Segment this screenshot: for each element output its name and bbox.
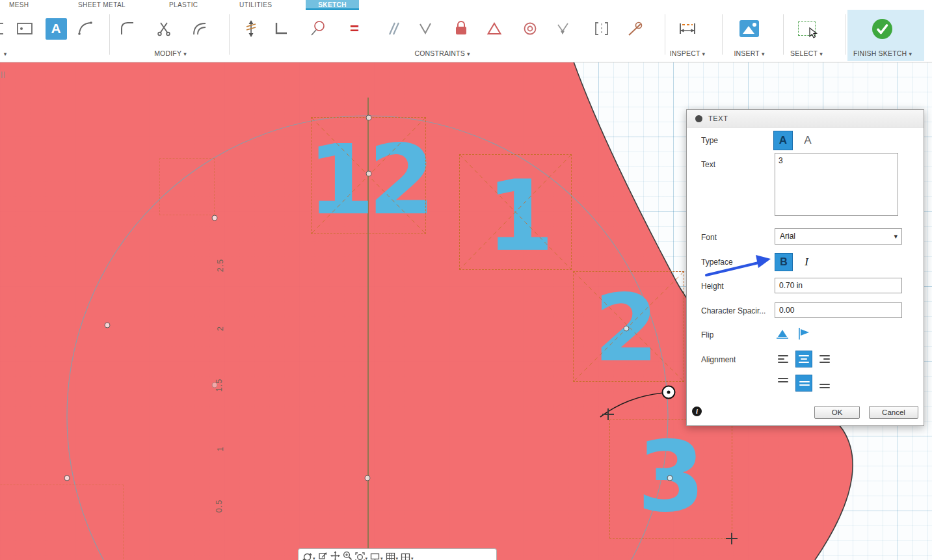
height-input[interactable] <box>775 278 902 293</box>
chevron-down-icon <box>894 229 898 244</box>
height-label: Height <box>701 282 724 291</box>
type-text-button[interactable]: A <box>773 131 793 150</box>
dimension-label[interactable]: 2.5 <box>216 259 225 272</box>
align-top-button[interactable] <box>775 375 792 392</box>
text-input[interactable]: 3 <box>775 153 898 216</box>
view-navigation-bar <box>298 548 497 560</box>
sketch-point[interactable] <box>365 475 371 481</box>
symmetry-constraint-button[interactable] <box>587 13 616 44</box>
snap-cross-marker <box>602 408 614 420</box>
sketch-point[interactable] <box>366 171 372 177</box>
rectangle-point-icon <box>16 22 33 35</box>
ok-button[interactable]: OK <box>814 406 860 419</box>
text-dialog-header[interactable]: TEXT <box>687 110 924 127</box>
arc-tool-button[interactable] <box>72 13 100 44</box>
toolbar-separator <box>665 14 665 55</box>
dimension-label[interactable]: 1 <box>216 446 225 451</box>
tab-plastic[interactable]: PLASTIC <box>169 0 198 10</box>
text-tool-button[interactable]: A <box>42 13 70 44</box>
arc-icon <box>77 20 94 37</box>
sketch-point[interactable] <box>64 475 70 481</box>
toolbar-separator <box>783 14 784 55</box>
sketch-point[interactable] <box>105 323 111 328</box>
align-right-button[interactable] <box>816 351 833 367</box>
finish-sketch-label[interactable]: FINISH SKETCH <box>853 49 912 57</box>
pan-button[interactable] <box>330 551 340 560</box>
fillet-tool-button[interactable] <box>113 13 142 44</box>
bold-button[interactable]: B <box>775 253 793 271</box>
sketch-dimension-button[interactable] <box>237 13 265 44</box>
arc-endpoint-marker[interactable] <box>662 386 676 399</box>
coincident-constraint-button[interactable] <box>304 13 332 44</box>
align-middle-button[interactable] <box>795 375 812 392</box>
trim-tool-button[interactable] <box>150 13 178 44</box>
text-selection-box-1[interactable] <box>459 154 572 270</box>
midpoint-constraint-button[interactable] <box>549 13 578 44</box>
align-bottom-button[interactable] <box>816 375 833 392</box>
tab-sheet-metal[interactable]: SHEET METAL <box>78 0 126 10</box>
select-button[interactable] <box>792 13 821 44</box>
viewports-button[interactable] <box>401 551 414 560</box>
grid-icon <box>386 552 395 560</box>
perpendicular-constraint-button[interactable] <box>267 13 295 44</box>
dimension-label[interactable]: 0.5 <box>215 500 224 513</box>
flip-vertical-button[interactable] <box>795 325 812 342</box>
partial-tool-button[interactable] <box>0 13 9 44</box>
italic-button[interactable]: I <box>797 253 816 271</box>
flip-horizontal-icon <box>775 326 790 341</box>
inspect-group-label[interactable]: INSPECT <box>670 49 706 57</box>
tangent-constraint-button[interactable] <box>621 13 650 44</box>
grid-settings-button[interactable] <box>386 551 399 560</box>
zoom-button[interactable] <box>343 551 353 560</box>
modify-group-label[interactable]: MODIFY <box>154 49 187 57</box>
display-settings-button[interactable] <box>370 551 383 560</box>
tab-mesh[interactable]: MESH <box>9 0 29 10</box>
selection-box-bottom-left[interactable] <box>0 485 124 560</box>
flip-vertical-icon <box>796 326 812 341</box>
select-group-label[interactable]: SELECT <box>790 49 823 57</box>
polygon-tool-button[interactable] <box>480 13 509 44</box>
selection-box-upper-left[interactable] <box>159 158 215 215</box>
align-left-button[interactable] <box>775 351 792 367</box>
character-spacing-input[interactable] <box>775 302 902 318</box>
finish-sketch-button[interactable] <box>868 13 896 44</box>
type-text-on-path-button[interactable]: A <box>798 131 818 150</box>
parallel-constraint-button[interactable] <box>379 13 407 44</box>
display-settings-icon <box>370 552 380 560</box>
tab-utilities[interactable]: UTILITIES <box>239 0 272 10</box>
sketch-point[interactable] <box>366 115 372 121</box>
orbit-button[interactable] <box>302 551 315 560</box>
cancel-button[interactable]: Cancel <box>869 406 918 419</box>
constraints-group-label[interactable]: CONSTRAINTS <box>414 49 470 57</box>
dimension-label[interactable]: 1.5 <box>215 379 224 392</box>
info-icon[interactable]: i <box>692 407 702 416</box>
create-group-caret[interactable] <box>4 49 7 57</box>
insert-button[interactable] <box>735 13 764 44</box>
fit-button[interactable] <box>355 551 368 560</box>
inspect-measure-button[interactable] <box>673 13 702 44</box>
dimension-label[interactable]: 2 <box>216 326 225 331</box>
align-center-button[interactable] <box>795 351 812 367</box>
insert-group-label[interactable]: INSERT <box>734 49 764 57</box>
midpoint-icon <box>555 21 571 36</box>
dialog-grip-icon <box>695 115 702 122</box>
sketch-point[interactable] <box>624 326 630 332</box>
concentric-constraint-button[interactable] <box>516 13 544 44</box>
tab-sketch-active[interactable]: SKETCH <box>306 0 359 10</box>
rectangle-tool-button[interactable] <box>10 13 39 44</box>
font-select-value: Arial <box>780 232 795 241</box>
angle-constraint-button[interactable] <box>411 13 440 44</box>
offset-tool-button[interactable] <box>185 13 214 44</box>
flip-horizontal-button[interactable] <box>774 325 791 342</box>
chevron-down-icon <box>313 551 315 560</box>
look-at-button[interactable] <box>318 551 328 560</box>
scissors-icon <box>156 21 172 36</box>
fix-constraint-button[interactable] <box>447 13 475 44</box>
character-spacing-label: Character Spacir... <box>701 306 766 315</box>
selection-marquee-icon <box>798 21 816 36</box>
canvas-edge-marker: || <box>1 70 6 78</box>
sketch-point[interactable] <box>667 475 673 481</box>
sketch-point[interactable] <box>212 215 218 221</box>
font-select[interactable]: Arial <box>775 228 902 245</box>
equal-constraint-button[interactable]: = <box>340 13 369 44</box>
